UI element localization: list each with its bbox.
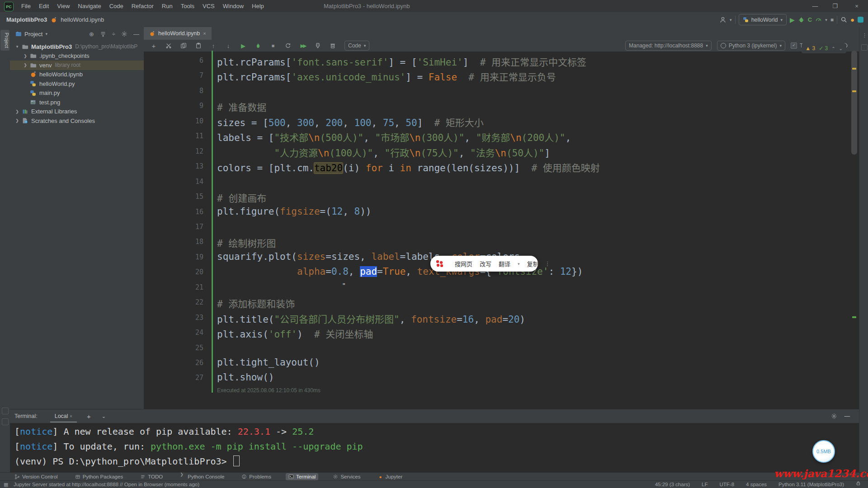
- run-all-icon[interactable]: ▶▶: [299, 42, 307, 49]
- menu-vcs[interactable]: VCS: [198, 0, 219, 12]
- code-line[interactable]: plt.figure(figsize=(12, 8)): [217, 206, 371, 217]
- restart-kernel-icon[interactable]: [284, 42, 292, 49]
- menu-window[interactable]: Window: [219, 0, 248, 12]
- debug-button[interactable]: [798, 16, 805, 23]
- popup-item-3[interactable]: 翻译: [499, 259, 510, 268]
- profiler-button[interactable]: [815, 16, 822, 23]
- toolwindow-button-jupyter[interactable]: ●Jupyter: [375, 473, 406, 480]
- stop-kernel-icon[interactable]: ■: [269, 42, 277, 49]
- move-up-icon[interactable]: ↑: [210, 42, 217, 49]
- close-tab-icon[interactable]: ×: [203, 31, 206, 36]
- jupyter-server-selector[interactable]: Managed: http://localhost:8888▾: [625, 41, 712, 51]
- menu-navigate[interactable]: Navigate: [74, 0, 105, 12]
- status-message[interactable]: Jupyter Server started at http://localho…: [14, 481, 199, 488]
- move-down-icon[interactable]: ↓: [225, 42, 232, 49]
- interpreter-widget[interactable]: Python 3.11 (MatplotlibPro3): [778, 481, 844, 488]
- clear-outputs-icon[interactable]: [314, 42, 321, 49]
- project-stripe-tab[interactable]: Project: [0, 30, 9, 51]
- tree-item-external-libraries[interactable]: ❯External Libraries: [10, 107, 144, 117]
- toolwindow-button-todo[interactable]: TODO: [137, 473, 165, 480]
- kernel-selector[interactable]: Python 3 (ipykernel)▾: [717, 41, 785, 51]
- code-line[interactable]: # 创建画布: [217, 191, 266, 204]
- menu-code[interactable]: Code: [105, 0, 127, 12]
- breadcrumb-file[interactable]: helloWorld.ipynb: [61, 16, 104, 23]
- popup-item-1[interactable]: 搜网页: [455, 259, 472, 268]
- caret-position-widget[interactable]: 45:29 (3 chars): [655, 481, 690, 488]
- tree-chevron-icon[interactable]: ▾: [14, 44, 20, 49]
- tree-item-helloworld-ipynb[interactable]: helloWorld.ipynb: [10, 70, 144, 80]
- popup-more-icon[interactable]: ⋮: [545, 260, 551, 267]
- run-button[interactable]: ▶: [790, 16, 795, 23]
- settings-icon[interactable]: [858, 17, 863, 23]
- stripe-warning-mark[interactable]: [852, 68, 856, 70]
- new-terminal-icon[interactable]: +: [87, 413, 91, 420]
- run-cell-icon[interactable]: ▶: [240, 42, 247, 49]
- promo-icon[interactable]: ●: [850, 16, 854, 23]
- menu-tools[interactable]: Tools: [177, 0, 198, 12]
- project-view-selector[interactable]: Project ▾: [15, 31, 47, 38]
- line-separator-widget[interactable]: LF: [702, 481, 708, 488]
- cell-type-dropdown[interactable]: Code▾: [344, 41, 369, 51]
- project-action-locate-icon[interactable]: ⊕: [89, 31, 94, 38]
- tool-window-switcher-icon[interactable]: ▦: [4, 482, 8, 488]
- cut-cell-icon[interactable]: [165, 42, 172, 49]
- tree-chevron-icon[interactable]: ❯: [23, 63, 28, 67]
- terminal-dropdown-icon[interactable]: ⌄: [102, 413, 106, 419]
- menu-file[interactable]: File: [17, 0, 35, 12]
- tree-chevron-icon[interactable]: ❯: [14, 109, 20, 114]
- breadcrumb-project[interactable]: MatplotlibPro3: [6, 16, 47, 23]
- notifications-stripe-icon[interactable]: [861, 44, 868, 51]
- toolwindow-button-python-packages[interactable]: Python Packages: [72, 473, 126, 480]
- indent-widget[interactable]: 4 spaces: [746, 481, 767, 488]
- toolwindow-button-python-console[interactable]: ❯_Python Console: [177, 473, 227, 480]
- project-action-expand-icon[interactable]: [100, 31, 106, 37]
- next-problem-icon[interactable]: ⌄: [839, 46, 843, 51]
- code-line[interactable]: # 添加标题和装饰: [217, 296, 295, 310]
- encoding-widget[interactable]: UTF-8: [719, 481, 734, 488]
- maximize-button[interactable]: ❐: [827, 0, 843, 12]
- structure-stripe-icon[interactable]: [2, 408, 9, 414]
- tree-item--ipynb-checkpoints[interactable]: ❯.ipynb_checkpoints: [10, 52, 144, 61]
- terminal-settings-icon[interactable]: [831, 413, 837, 419]
- menu-edit[interactable]: Edit: [35, 0, 53, 12]
- toolwindow-button-version-control[interactable]: Version Control: [12, 473, 61, 480]
- editor-scrollbar[interactable]: [851, 51, 857, 155]
- code-line[interactable]: plt.rcParams['font.sans-serif'] = ['SimH…: [217, 55, 586, 68]
- stop-button[interactable]: ■: [830, 17, 834, 23]
- tree-chevron-icon[interactable]: ❯: [14, 118, 20, 123]
- popup-item-4[interactable]: 复制: [527, 259, 539, 268]
- debug-cell-icon[interactable]: [255, 42, 262, 49]
- menu-view[interactable]: View: [53, 0, 74, 12]
- code-line[interactable]: plt.tight_layout(): [217, 357, 320, 368]
- tab-helloworld-ipynb[interactable]: helloWorld.ipynb ×: [144, 27, 212, 40]
- code-line[interactable]: plt.show(): [217, 372, 274, 383]
- popup-item-2[interactable]: 改写: [480, 259, 491, 268]
- readonly-lock-icon[interactable]: [856, 481, 861, 488]
- close-terminal-icon[interactable]: ×: [70, 414, 72, 419]
- kebab-menu-icon[interactable]: ⋮: [862, 33, 867, 38]
- tree-item-helloworld-py[interactable]: helloWorld.py: [10, 79, 144, 89]
- stripe-ok-mark[interactable]: [852, 316, 856, 318]
- tree-item-main-py[interactable]: main.py: [10, 89, 144, 98]
- menu-help[interactable]: Help: [248, 0, 268, 12]
- prev-problem-icon[interactable]: ⌃: [831, 46, 835, 51]
- hide-terminal-icon[interactable]: —: [844, 413, 850, 419]
- menu-refactor[interactable]: Refactor: [127, 0, 158, 12]
- code-line[interactable]: "人力资源\n(100人)", "行政\n(75人)", "法务\n(50人)"…: [217, 145, 550, 159]
- tree-chevron-icon[interactable]: ❯: [23, 54, 28, 58]
- user-widget-icon[interactable]: [719, 16, 726, 23]
- menu-run[interactable]: Run: [158, 0, 177, 12]
- toolwindow-button-terminal[interactable]: Terminal: [286, 473, 318, 480]
- terminal-tab-local[interactable]: Local ×: [50, 410, 77, 422]
- project-action-hide-icon[interactable]: —: [133, 31, 139, 38]
- add-cell-icon[interactable]: +: [150, 42, 157, 49]
- code-line[interactable]: plt.title("公司各部门人员分布树形图", fontsize=16, p…: [217, 312, 525, 325]
- code-line[interactable]: # 绘制树形图: [217, 236, 276, 249]
- copy-cell-icon[interactable]: [180, 42, 187, 49]
- floating-badge[interactable]: 0.5MB: [812, 440, 835, 463]
- search-everywhere-icon[interactable]: [840, 16, 847, 23]
- code-line[interactable]: sizes = [500, 300, 200, 100, 75, 50] # 矩…: [217, 115, 484, 129]
- vcs-stripe-icon[interactable]: [2, 418, 9, 425]
- project-action-settings-icon[interactable]: [121, 31, 127, 37]
- close-button[interactable]: ×: [849, 0, 864, 12]
